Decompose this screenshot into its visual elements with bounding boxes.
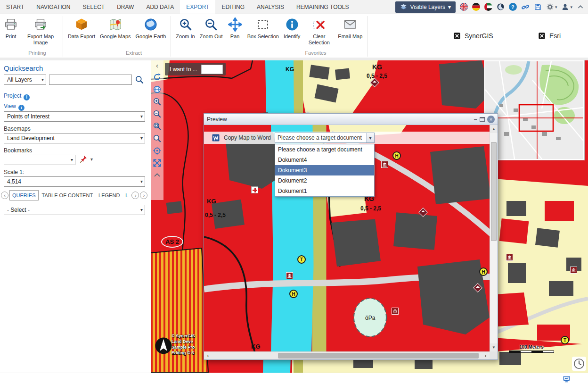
menu-select[interactable]: SELECT [76, 0, 111, 14]
basemaps-select[interactable]: Land Development▾ [4, 133, 145, 143]
caret-down-icon: ▾ [140, 114, 143, 119]
dropdown-option-highlighted[interactable]: Dokument3 [275, 165, 374, 175]
dropdown-option[interactable]: Dokument1 [275, 186, 374, 196]
project-label[interactable]: Projecti [4, 92, 30, 100]
zoom-out-button[interactable]: Zoom Out [197, 16, 225, 41]
zoom-in-tool-icon[interactable] [152, 96, 163, 107]
query-select[interactable]: - Select -▾ [4, 205, 145, 215]
copy-map-to-word-button[interactable]: Copy Map to Word [224, 134, 271, 141]
esri-brand-link[interactable]: Esri [538, 32, 561, 40]
export-map-image-button[interactable]: Export Map Image [21, 16, 60, 46]
vertical-scroll-thumb[interactable] [491, 142, 497, 241]
menu-add-data[interactable]: ADD DATA [140, 0, 180, 14]
map-canvas[interactable]: KG KG 0,5 - 2,5 AS 2 T ‹ I want to ... [151, 60, 588, 373]
preview-vertical-scrollbar[interactable]: ▲ ▼ [490, 125, 498, 351]
globe-projection-icon[interactable] [152, 84, 163, 94]
quicksearch-input[interactable] [49, 75, 132, 85]
default-extent-target-icon[interactable] [152, 145, 163, 156]
dropdown-option[interactable]: Dokument4 [275, 155, 374, 165]
dropdown-option[interactable]: Please choose a target document [275, 144, 374, 155]
north-arrow-compass-icon[interactable] [155, 337, 172, 355]
collapse-panel-chevron-icon[interactable]: ‹ [156, 61, 158, 70]
layer-filter-select[interactable]: All Layers▾ [4, 75, 46, 85]
tabs-overflow-button[interactable]: › [140, 192, 147, 199]
horizontal-scroll-thumb[interactable] [278, 353, 479, 359]
view-label[interactable]: Viewi [4, 103, 24, 111]
scroll-up-arrow-icon[interactable]: ▲ [490, 125, 498, 133]
tab-legend[interactable]: LEGEND [96, 191, 122, 200]
restore-button[interactable] [480, 117, 485, 122]
google-earth-button[interactable]: Google Earth [133, 16, 169, 41]
box-selection-button[interactable]: Box Selection [245, 16, 281, 41]
zoom-box-tool-icon[interactable] [152, 121, 163, 131]
layers-icon [400, 3, 407, 10]
full-extent-arrows-icon[interactable] [152, 158, 163, 168]
menu-remaining-tools[interactable]: REMAINING TOOLS [290, 0, 355, 14]
map-copyright: © SynerGIS Land Deve Sample Pro Editing … [172, 333, 204, 356]
settings-gear-button[interactable]: ▾ [546, 3, 557, 11]
dropdown-option[interactable]: Dokument2 [275, 175, 374, 186]
preview-horizontal-scrollbar[interactable]: ‹ › [204, 351, 490, 359]
view-select[interactable]: Points of Interest▾ [4, 111, 145, 122]
search-icon[interactable] [135, 75, 144, 84]
email-map-button[interactable]: Email Map [335, 16, 365, 41]
scale-select[interactable]: 4,514▾ [4, 176, 145, 187]
close-button[interactable]: × [487, 116, 495, 123]
zoom-out-tool-icon[interactable] [152, 109, 163, 119]
menu-export[interactable]: EXPORT [180, 0, 215, 14]
tabs-scroll-right-button[interactable]: › [131, 192, 139, 199]
scroll-down-arrow-icon[interactable]: ▼ [490, 343, 498, 351]
preview-map-canvas[interactable]: KG 0,5 - 2,5 H T H KG 0,5 - 2,5 H öPa KG… [204, 125, 490, 351]
overview-map[interactable] [484, 60, 584, 160]
language-uk-flag-icon[interactable] [460, 3, 468, 11]
tab-truncated[interactable]: L [123, 191, 131, 200]
bookmark-caret-down-icon[interactable]: ▾ [90, 157, 93, 162]
tab-table-of-content[interactable]: TABLE OF CONTENT [40, 191, 96, 200]
i-want-to-input[interactable] [201, 65, 223, 74]
share-screen-icon[interactable] [563, 375, 571, 383]
identify-button[interactable]: Identify [281, 16, 302, 41]
collapse-ribbon-chevron-icon[interactable] [577, 3, 584, 11]
help-icon[interactable]: ? [509, 3, 517, 11]
menu-editing[interactable]: EDITING [215, 0, 251, 14]
clear-selection-button[interactable]: Clear Selection [302, 16, 335, 46]
scroll-right-arrow-icon[interactable]: › [482, 352, 490, 359]
info-icon[interactable]: i [24, 94, 30, 100]
menu-draw[interactable]: DRAW [111, 0, 140, 14]
time-slider-clock-icon[interactable] [572, 357, 586, 371]
data-export-button[interactable]: Data Export [65, 16, 98, 41]
tab-queries[interactable]: QUERIES [9, 190, 39, 200]
print-icon [3, 17, 18, 32]
zoom-in-button[interactable]: Zoom In [173, 16, 197, 41]
previous-extent-tool-icon[interactable] [152, 133, 163, 143]
rotate-map-icon[interactable] [152, 72, 163, 82]
menu-navigation[interactable]: NAVIGATION [30, 0, 76, 14]
language-uae-flag-icon[interactable] [484, 3, 492, 11]
menu-analysis[interactable]: ANALYSIS [251, 0, 290, 14]
night-mode-moon-icon[interactable] [497, 3, 505, 11]
scroll-left-arrow-icon[interactable]: ‹ [204, 352, 212, 359]
minimize-button[interactable]: – [474, 116, 477, 123]
ribbon-toolbar: Print Export Map Image Data Export Googl… [0, 14, 588, 60]
print-button[interactable]: Print [1, 16, 21, 41]
add-bookmark-pin-icon[interactable] [79, 155, 88, 164]
preview-dialog-titlebar[interactable]: Preview – × [204, 114, 498, 125]
i-want-to-button[interactable]: I want to ... [165, 63, 226, 75]
tabs-scroll-left-button[interactable]: ‹ [1, 192, 8, 199]
language-german-flag-icon[interactable] [472, 3, 480, 11]
visible-layers-button[interactable]: Visible Layers ▾ [395, 1, 456, 13]
synergis-brand-link[interactable]: SynerGIS [453, 32, 493, 40]
bookmarks-select[interactable]: ▾ [4, 155, 75, 165]
save-icon[interactable] [534, 3, 542, 11]
user-account-button[interactable]: ▾ [561, 3, 572, 11]
collapse-strip-chevron-up-icon[interactable] [152, 170, 163, 180]
pan-button[interactable]: Pan [225, 16, 245, 41]
export-map-image-label: Export Map Image [23, 33, 58, 45]
google-maps-button[interactable]: Google Maps [98, 16, 133, 41]
status-bar [0, 373, 588, 384]
menu-start[interactable]: START [0, 0, 30, 14]
info-icon[interactable]: i [18, 105, 24, 111]
tram-stop-icon: T [561, 336, 569, 344]
target-document-combobox[interactable]: Please choose a target document ▾ [275, 133, 375, 143]
share-link-icon[interactable] [521, 3, 530, 11]
